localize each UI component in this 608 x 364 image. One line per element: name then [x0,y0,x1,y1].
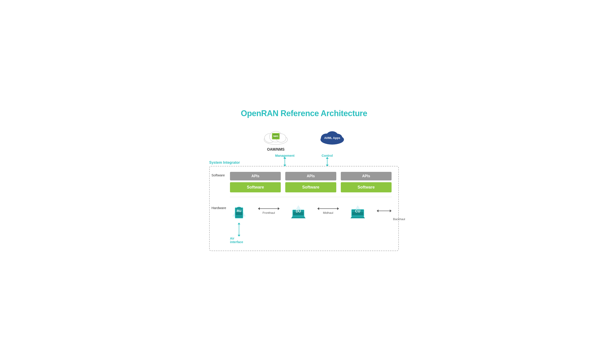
svg-rect-18 [236,214,242,215]
inner-content: APIs Software APIs Software APIs Softwar… [230,172,392,244]
midhaul-left-arrow [317,207,319,210]
page-title: OpenRAN Reference Architecture [209,109,399,118]
ru-software-bar: Software [230,182,281,192]
fronthaul-connector: Fronthaul [258,207,280,214]
control-arrow [327,158,327,165]
hardware-row-label: Hardware [212,206,226,210]
ru-api-bar: APIs [230,172,281,181]
ru-device: RU [230,201,248,221]
hardware-row: RU Fronthaul [230,201,392,221]
management-arrow [284,158,285,165]
backhaul-label: Backhaul [393,217,405,221]
du-icon: DU [289,201,307,221]
du-device: DU [289,201,307,221]
midhaul-connector: Midhaul [317,207,339,214]
backhaul-right-arrow [390,209,392,212]
midhaul-label: Midhaul [323,211,333,214]
cu-device: CU [349,201,367,221]
aiml-cloud-shape: AI/ML Apps [318,127,347,145]
air-interface-arrow [239,224,239,235]
section-divider [230,197,392,197]
software-row-label: Software [212,173,225,177]
air-interface-group: Air interface [230,223,248,244]
oam-label: OAM/NMS [267,147,284,152]
du-column: APIs Software [285,172,336,192]
backhaul-connector [377,209,392,212]
backhaul-left-arrow [377,209,378,212]
svg-rect-16 [237,207,241,208]
diagram-container: OpenRAN Reference Architecture NMS O [203,104,405,260]
control-connector: Control [322,154,333,165]
svg-text:DU: DU [296,209,301,213]
svg-text:NMS: NMS [273,135,279,138]
software-columns: APIs Software APIs Software APIs Softwar… [230,172,392,192]
cu-icon: CU [349,201,367,221]
cu-column: APIs Software [341,172,392,192]
midhaul-line [317,207,339,210]
air-interface-label: Air interface [230,237,248,244]
svg-rect-32 [352,214,363,215]
svg-text:AI/ML Apps: AI/ML Apps [324,136,340,140]
midhaul-arrow-line [319,208,337,209]
fronthaul-label: Fronthaul [262,211,275,214]
svg-text:CU: CU [355,209,360,213]
svg-rect-25 [293,214,304,215]
fronthaul-arrow-line [260,208,278,209]
du-software-bar: Software [285,182,336,192]
fronthaul-left-arrow [258,207,260,210]
ru-icon: RU [230,201,248,221]
cu-software-bar: Software [341,182,392,192]
oam-cloud-shape: NMS [261,127,290,145]
du-api-bar: APIs [285,172,336,181]
fronthaul-right-arrow [278,207,280,210]
ru-column: APIs Software [230,172,281,192]
management-connector: Management [275,154,295,165]
midhaul-right-arrow [337,207,339,210]
aiml-cloud-item: AI/ML Apps [318,127,347,152]
cu-api-bar: APIs [341,172,392,181]
oam-cloud-item: NMS OAM/NMS [261,127,290,152]
system-integrator-label: System Integrator [209,161,240,165]
backhaul-line [378,211,390,211]
system-integrator-box: Software Hardware APIs Software APIs Sof… [209,166,399,251]
system-integrator-wrapper: System Integrator Software Hardware APIs… [209,166,399,251]
top-clouds: NMS OAM/NMS AI/ML Apps [209,127,399,152]
svg-text:RU: RU [237,209,241,213]
fronthaul-line [258,207,280,210]
